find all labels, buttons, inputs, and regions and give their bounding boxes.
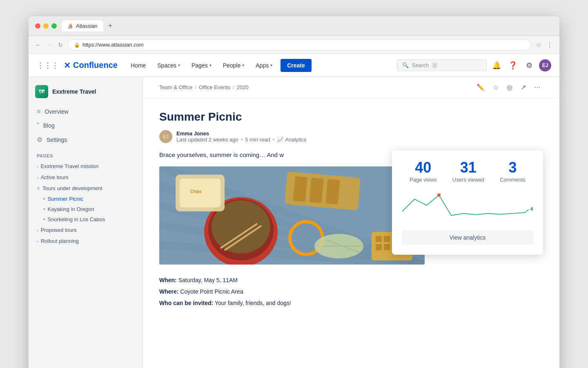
page-title: Summer Picnic	[159, 110, 478, 123]
breadcrumb-team-office[interactable]: Team & Office	[159, 84, 192, 90]
page-tree: Exxtreme Travel mission Active tours ∨ T…	[29, 161, 143, 247]
page-tree-item-proposed[interactable]: Proposed tours	[29, 224, 143, 236]
svg-rect-12	[293, 176, 307, 202]
who-label: Who can be invited:	[159, 300, 213, 306]
breadcrumb-sep-1: /	[195, 84, 196, 90]
users-viewed-label: Users viewed	[452, 177, 484, 183]
apps-chevron-icon: ▾	[270, 63, 272, 67]
view-analytics-button[interactable]: View analytics	[402, 230, 533, 245]
search-bar[interactable]: 🔍 Search /	[397, 59, 487, 71]
close-button[interactable]	[35, 23, 40, 29]
comments-number: 3	[500, 160, 526, 175]
star-button[interactable]: ☆	[490, 82, 501, 93]
maximize-button[interactable]	[51, 23, 57, 29]
back-button[interactable]: ←	[35, 41, 42, 49]
browser-more-button[interactable]: ⋮	[546, 41, 553, 49]
sidebar-item-overview[interactable]: ≡ Overview	[29, 105, 143, 119]
svg-rect-13	[309, 177, 323, 203]
page-toolbar: Team & Office / Office Events / 2020 ✏️ …	[143, 77, 559, 98]
tab-bar: ⛵ Atlassian +	[62, 20, 553, 31]
svg-text:4: 4	[530, 206, 533, 211]
breadcrumb-office-events[interactable]: Office Events	[199, 84, 230, 90]
notifications-button[interactable]: 🔔	[490, 59, 503, 72]
space-header: 🗺 Exxtreme Travel	[29, 85, 143, 105]
page-tree-item-active-tours[interactable]: Active tours	[29, 172, 143, 183]
svg-text:Chips: Chips	[190, 189, 202, 194]
nav-item-apps[interactable]: Apps ▾	[251, 59, 277, 72]
breadcrumb: Team & Office / Office Events / 2020	[159, 84, 249, 90]
confluence-logo[interactable]: ✕ Confluence	[64, 61, 118, 70]
help-button[interactable]: ❓	[506, 59, 519, 72]
analytics-chart: 4	[402, 191, 533, 224]
nav-item-spaces[interactable]: Spaces ▾	[152, 59, 185, 72]
breadcrumb-sep-2: /	[233, 84, 234, 90]
when-value: Saturday, May 5, 11AM	[178, 277, 238, 283]
page-tree-item-rollout[interactable]: Rollout planning	[29, 236, 143, 247]
expand-mission-icon	[37, 164, 38, 169]
expand-under-dev-icon: ∨	[37, 186, 40, 191]
expand-rollout-icon	[37, 239, 38, 244]
sidebar-item-settings[interactable]: ⚙ Settings	[29, 132, 143, 147]
confluence-logo-text: Confluence	[73, 61, 118, 70]
sub-page-label: Summer Picnic	[48, 196, 83, 202]
settings-icon: ⚙	[37, 136, 42, 144]
search-shortcut: /	[432, 63, 437, 68]
bookmark-button[interactable]: ☆	[536, 41, 541, 49]
address-bar: ← → ↻ 🔒 https://www.atlassian.com ☆ ⋮	[29, 36, 559, 54]
page-label: Exxtreme Travel mission	[41, 163, 99, 169]
page-details: When: Saturday, May 5, 11AM Where: Coyot…	[159, 274, 478, 309]
analytics-link[interactable]: 📈 Analytics	[277, 137, 306, 143]
active-tab[interactable]: ⛵ Atlassian	[62, 20, 103, 31]
settings-button[interactable]: ⚙	[523, 59, 536, 72]
page-tree-item-under-dev[interactable]: ∨ Tours under development	[29, 183, 143, 194]
sub-page-snorkeling[interactable]: Snorkeling in Los Cabos	[29, 214, 143, 224]
sub-bullet-icon	[43, 196, 45, 202]
sidebar-item-blog[interactable]: " Blog	[29, 119, 143, 132]
analytics-popup: 40 Page views 31 Users viewed 3 Comments	[392, 150, 543, 255]
watch-button[interactable]: ◎	[504, 82, 515, 93]
nav-item-home[interactable]: Home	[126, 59, 151, 72]
search-placeholder: Search	[412, 62, 429, 68]
confluence-logo-icon: ✕	[64, 61, 71, 70]
page-label: Rollout planning	[41, 238, 79, 244]
pages-chevron-icon: ▾	[209, 63, 212, 67]
forward-button[interactable]: →	[47, 41, 53, 49]
meta-sep-1: •	[241, 137, 243, 143]
page-image: Chips	[159, 166, 425, 265]
overview-label: Overview	[45, 108, 68, 115]
breadcrumb-2020[interactable]: 2020	[237, 84, 249, 90]
sub-page-summer-picnic[interactable]: Summer Picnic	[29, 194, 143, 204]
author-row: EJ Emma Jones Last updated 2 weeks ago •…	[159, 130, 478, 143]
page-label: Proposed tours	[41, 227, 77, 233]
stat-page-views: 40 Page views	[410, 160, 437, 183]
overview-icon: ≡	[37, 108, 40, 115]
analytics-stats: 40 Page views 31 Users viewed 3 Comments	[402, 160, 533, 183]
confluence-navbar: ⋮⋮⋮ ✕ Confluence Home Spaces ▾ Pages ▾ P…	[29, 54, 559, 77]
minimize-button[interactable]	[43, 23, 49, 29]
page-views-label: Page views	[410, 177, 437, 183]
author-avatar: EJ	[159, 130, 172, 143]
lock-icon: 🔒	[74, 42, 80, 48]
page-label: Active tours	[41, 174, 69, 180]
user-avatar[interactable]: EJ	[539, 59, 551, 72]
sub-page-label: Snorkeling in Los Cabos	[48, 216, 105, 222]
more-actions-button[interactable]: ⋯	[532, 82, 543, 93]
edit-button[interactable]: ✏️	[474, 82, 487, 93]
stat-users-viewed: 31 Users viewed	[452, 160, 484, 183]
nav-item-people[interactable]: People ▾	[218, 59, 249, 72]
page-tree-item-mission[interactable]: Exxtreme Travel mission	[29, 161, 143, 172]
nav-item-pages[interactable]: Pages ▾	[187, 59, 216, 72]
create-button[interactable]: Create	[281, 59, 312, 72]
sub-page-kayaking[interactable]: Kayaking in Oregon	[29, 204, 143, 214]
sidebar-nav: ≡ Overview " Blog ⚙ Settings	[29, 105, 143, 147]
share-button[interactable]: ↗	[518, 82, 528, 93]
url-bar[interactable]: 🔒 https://www.atlassian.com	[68, 39, 531, 50]
who-value: Your family, friends, and dogs!	[215, 300, 291, 306]
reload-button[interactable]: ↻	[58, 42, 63, 48]
blog-label: Blog	[43, 122, 55, 129]
people-chevron-icon: ▾	[242, 63, 244, 67]
new-tab-button[interactable]: +	[107, 22, 114, 30]
svg-rect-20	[384, 236, 390, 242]
grid-icon[interactable]: ⋮⋮⋮	[37, 61, 59, 70]
page-label: Tours under development	[42, 185, 102, 191]
